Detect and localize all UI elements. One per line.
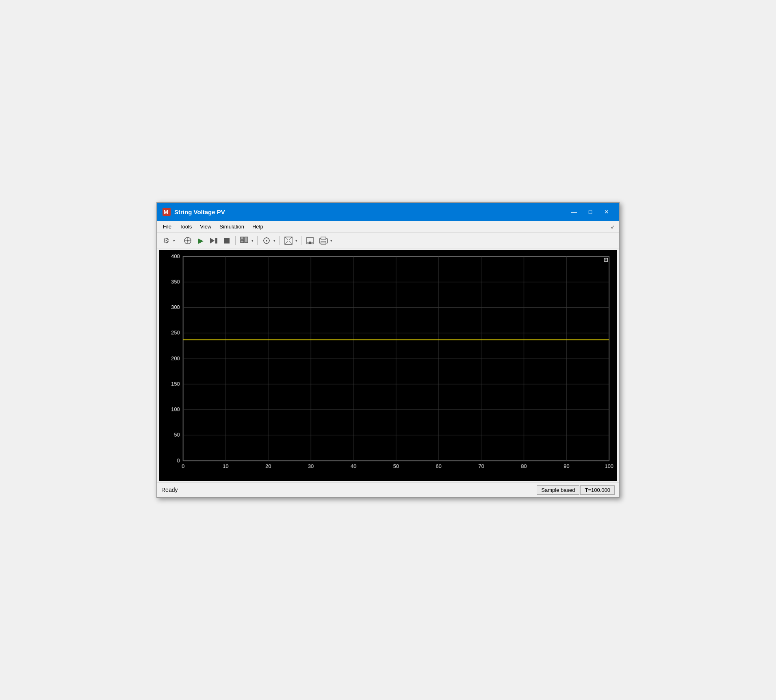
zoom-button[interactable]: [282, 235, 295, 246]
settings-button[interactable]: ⚙: [160, 235, 172, 246]
sample-based-badge: Sample based: [537, 485, 579, 495]
toolbar-sep-2: [235, 236, 236, 245]
svg-line-21: [285, 241, 288, 244]
cursor-dropdown-arrow: ▾: [273, 239, 276, 243]
svg-marker-6: [210, 238, 215, 243]
status-bar: Ready Sample based T=100.000: [157, 483, 619, 497]
svg-rect-27: [321, 237, 326, 239]
window-title: String Voltage PV: [174, 209, 567, 215]
svg-rect-7: [215, 238, 217, 243]
toolbar-sep-5: [301, 236, 301, 245]
svg-line-20: [289, 237, 292, 240]
maximize-button[interactable]: □: [583, 206, 598, 217]
print-dropdown[interactable]: ▾: [317, 235, 334, 247]
settings-dropdown[interactable]: ⚙ ▾: [160, 235, 176, 247]
svg-rect-11: [245, 237, 248, 243]
svg-rect-10: [241, 240, 244, 243]
svg-rect-8: [224, 238, 230, 243]
svg-point-5: [187, 240, 189, 241]
svg-line-22: [289, 241, 292, 244]
zoom-dropdown[interactable]: ▾: [282, 235, 299, 247]
stop-button[interactable]: [221, 235, 233, 246]
toolbar-sep-4: [279, 236, 280, 245]
close-button[interactable]: ✕: [599, 206, 614, 217]
window-controls: — □ ✕: [567, 206, 614, 217]
zoom-dropdown-arrow: ▾: [295, 239, 298, 243]
cursor-button[interactable]: [260, 235, 273, 246]
cursor-dropdown[interactable]: ▾: [260, 235, 277, 247]
arrange-dropdown[interactable]: ▾: [238, 235, 255, 247]
menu-arrow-icon: ↙: [611, 224, 617, 230]
menu-tools[interactable]: Tools: [176, 222, 196, 231]
arrange-button[interactable]: [238, 235, 251, 246]
main-window: M String Voltage PV — □ ✕ File Tools Vie…: [156, 202, 620, 498]
settings-dropdown-arrow: ▾: [172, 239, 176, 243]
time-badge: T=100.000: [580, 485, 615, 495]
svg-line-19: [285, 237, 288, 240]
chart-wrapper: [157, 248, 619, 483]
status-ready-label: Ready: [161, 487, 537, 493]
svg-text:M: M: [164, 209, 168, 215]
minimize-button[interactable]: —: [567, 206, 581, 217]
menu-view[interactable]: View: [196, 222, 215, 231]
menu-file[interactable]: File: [159, 222, 176, 231]
scope-button[interactable]: [182, 235, 194, 246]
app-icon: M: [162, 207, 171, 216]
arrange-dropdown-arrow: ▾: [251, 239, 254, 243]
toolbar-sep-3: [257, 236, 258, 245]
svg-rect-28: [321, 241, 326, 244]
save-button[interactable]: [304, 235, 316, 246]
run-button[interactable]: ▶: [195, 235, 207, 246]
print-dropdown-arrow: ▾: [329, 239, 333, 243]
toolbar-sep-1: [179, 236, 179, 245]
step-forward-button[interactable]: [208, 235, 220, 246]
print-button[interactable]: [317, 235, 329, 246]
svg-point-17: [266, 240, 267, 241]
chart-canvas: [159, 250, 617, 481]
status-right: Sample based T=100.000: [537, 485, 615, 495]
menu-simulation[interactable]: Simulation: [215, 222, 248, 231]
toolbar: ⚙ ▾ ▶ ▾ ▾: [157, 233, 619, 248]
svg-rect-9: [241, 237, 244, 239]
title-bar: M String Voltage PV — □ ✕: [157, 203, 619, 221]
menu-bar: File Tools View Simulation Help ↙: [157, 221, 619, 233]
menu-help[interactable]: Help: [248, 222, 267, 231]
